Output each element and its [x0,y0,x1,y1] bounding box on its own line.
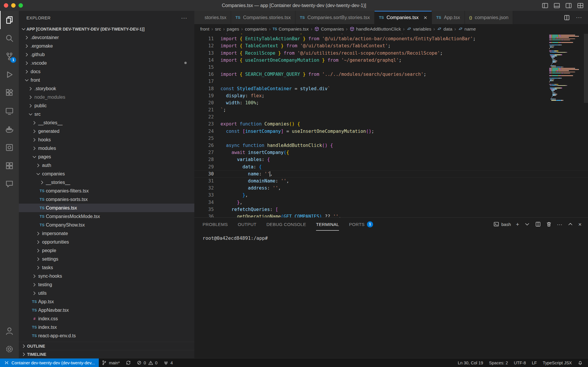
code-line-16[interactable]: 16import { SEARCH_COMPANY_QUERY } from '… [194,71,588,78]
outline-section[interactable]: OUTLINE [19,342,194,350]
tree-file-Companies.tsx[interactable]: TSCompanies.tsx [19,204,194,212]
panel-tab-problems[interactable]: PROBLEMS [203,218,228,231]
encoding-setting[interactable]: UTF-8 [511,361,529,365]
tree-folder-__stories__[interactable]: __stories__ [19,118,194,127]
activitybar-grid-extension[interactable] [0,157,19,175]
tree-file-CompaniesMockMode.tsx[interactable]: TSCompaniesMockMode.tsx [19,212,194,221]
tree-folder-node_modules[interactable]: node_modules [19,93,194,101]
tree-folder-generated[interactable]: generated [19,127,194,135]
breadcrumb-companies[interactable]: companies [245,26,267,32]
toggle-primary-sidebar-icon[interactable] [542,2,549,9]
problems-indicator[interactable]: 0 0 [134,358,161,367]
cursor-position[interactable]: Ln 30, Col 19 [455,361,486,365]
close-tab-icon[interactable]: × [424,14,427,21]
activitybar-settings[interactable] [0,340,19,358]
code-line-31[interactable]: 31 domainName: '', [194,177,588,185]
tree-folder-docs[interactable]: docs [19,67,194,76]
tree-folder-modules[interactable]: modules [19,144,194,153]
tree-folder-public[interactable]: public [19,101,194,110]
code-line-27[interactable]: 27 await insertCompany({ [194,149,588,156]
activitybar-docker[interactable] [0,120,19,138]
code-line-36[interactable]: 36 getOperationName(GET_COMPANIES) ?? ''… [194,213,588,217]
minimap[interactable] [549,34,584,101]
toggle-panel-icon[interactable] [553,2,560,9]
panel-tab-terminal[interactable]: TERMINAL [316,218,339,231]
breadcrumb-Companies[interactable]: Companies [314,26,344,32]
indentation-setting[interactable]: Spaces: 2 [486,361,511,365]
code-line-11[interactable]: 11import { EntityTableActionBar } from '… [194,35,588,42]
tree-folder-testing[interactable]: testing [19,280,194,289]
customize-layout-icon[interactable] [577,2,584,9]
tree-folder-front[interactable]: front [19,76,194,84]
tree-file-index.css[interactable]: #index.css [19,314,194,323]
tree-folder-settings[interactable]: settings [19,255,194,263]
breadcrumb-name[interactable]: name [458,26,476,32]
tree-file-react-app-env.d.ts[interactable]: TSreact-app-env.d.ts [19,331,194,340]
tree-folder-companies[interactable]: companies [19,170,194,178]
tree-file-AppNavbar.tsx[interactable]: TSAppNavbar.tsx [19,306,194,314]
breadcrumb-handleAddButtonClick[interactable]: handleAddButtonClick [350,26,401,32]
remote-indicator[interactable]: Container dev-twenty-dev (dev-twenty-dev… [0,358,99,367]
tree-folder-hooks[interactable]: hooks [19,135,194,144]
code-line-22[interactable]: 22 [194,113,588,120]
editor-scrollbar[interactable] [584,34,588,103]
code-line-26[interactable]: 26 async function handleAddButtonClick()… [194,142,588,149]
terminal-prompt[interactable]: root@0a42ecd84891:/app# [203,235,268,241]
activitybar-accounts[interactable] [0,322,19,340]
tree-folder-tasks[interactable]: tasks [19,263,194,272]
panel-tab-output[interactable]: OUTPUT [238,218,256,231]
zoom-window-button[interactable] [19,3,23,8]
tree-folder-.storybook[interactable]: .storybook [19,84,194,93]
sync-changes-button[interactable] [123,358,134,367]
breadcrumb-variables[interactable]: variables [407,26,431,32]
terminal-dropdown-icon[interactable] [524,221,530,227]
code-line-21[interactable]: 21`; [194,106,588,113]
tree-folder-sync-hooks[interactable]: sync-hooks [19,272,194,280]
activitybar-extensions[interactable] [0,84,19,102]
code-line-12[interactable]: 12import { TableContext } from '@/ui/tab… [194,42,588,49]
tab-Companies.tsx[interactable]: TSCompanies.tsx× [375,11,432,24]
code-line-17[interactable]: 17 [194,78,588,85]
breadcrumb-front[interactable]: front [200,26,209,32]
branch-indicator[interactable]: main* [99,358,123,367]
code-line-18[interactable]: 18const StyledTableContainer = styled.di… [194,85,588,92]
split-terminal-icon[interactable] [535,221,541,227]
code-line-34[interactable]: 34 }, [194,199,588,206]
explorer-more-actions-icon[interactable]: ··· [181,15,187,21]
panel-more-actions-icon[interactable]: ··· [557,222,562,227]
activitybar-comments[interactable] [0,175,19,193]
code-line-29[interactable]: 29 data: { [194,163,588,170]
code-line-15[interactable]: 15 [194,64,588,71]
tab-companies.json[interactable]: {}companies.json [465,11,513,24]
eol-setting[interactable]: LF [529,361,540,365]
tree-folder-.ergomake[interactable]: .ergomake [19,42,194,50]
tree-folder-__stories__[interactable]: __stories__ [19,178,194,187]
tree-folder-src[interactable]: src [19,110,194,118]
breadcrumb-src[interactable]: src [215,26,221,32]
tab-App.tsx[interactable]: TSApp.tsx [432,11,465,24]
activitybar-run-debug[interactable] [0,66,19,84]
tree-file-companies-sorts.tsx[interactable]: TScompanies-sorts.tsx [19,195,194,204]
tree-file-CompanyShow.tsx[interactable]: TSCompanyShow.tsx [19,221,194,229]
code-line-32[interactable]: 32 address: '', [194,185,588,192]
tab-Companies.sortBy.stories.tsx[interactable]: TSCompanies.sortBy.stories.tsx [295,11,375,24]
breadcrumb-Companies.tsx[interactable]: TSCompanies.tsx [273,26,309,32]
toggle-secondary-sidebar-icon[interactable] [565,2,572,9]
minimize-window-button[interactable] [11,3,16,8]
tree-folder-auth[interactable]: auth [19,161,194,170]
kill-terminal-icon[interactable] [546,221,552,227]
tree-folder-utils[interactable]: utils [19,289,194,297]
code-line-19[interactable]: 19 display: flex; [194,92,588,99]
editor-more-actions-icon[interactable]: ··· [576,14,582,21]
breadcrumb-data[interactable]: data [437,26,452,32]
code-line-20[interactable]: 20 width: 100%; [194,99,588,106]
tab-stories.tsx[interactable]: stories.tsx [194,11,231,24]
tree-folder-people[interactable]: people [19,246,194,255]
close-panel-icon[interactable]: × [578,222,582,227]
activitybar-explorer[interactable] [0,11,19,29]
notifications-bell[interactable] [575,360,586,365]
tree-file-App.tsx[interactable]: TSApp.tsx [19,297,194,306]
tree-folder-.devcontainer[interactable]: .devcontainer [19,33,194,42]
tree-folder-pages[interactable]: pages [19,153,194,161]
tree-folder-.vscode[interactable]: .vscode [19,59,194,67]
